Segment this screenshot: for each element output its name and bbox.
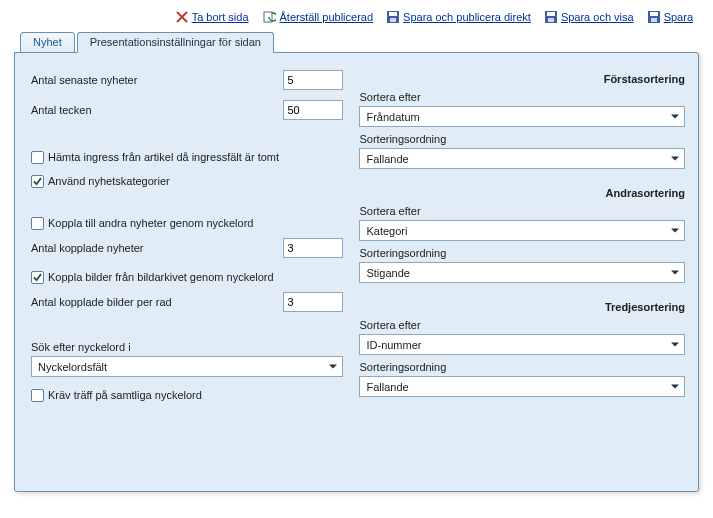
svg-rect-8	[547, 12, 555, 16]
tab-news[interactable]: Nyhet	[20, 32, 75, 53]
sort3-order-value: Fallande	[366, 381, 408, 393]
sort2-by-value: Kategori	[366, 225, 407, 237]
linked-news-count-input[interactable]	[283, 238, 343, 258]
use-categories-label: Använd nyhetskategorier	[48, 175, 170, 187]
link-keywords-label: Koppla till andra nyheter genom nyckelor…	[48, 217, 253, 229]
char-count-input[interactable]	[283, 100, 343, 120]
svg-rect-6	[390, 18, 396, 22]
linked-news-count-label: Antal kopplade nyheter	[31, 242, 283, 254]
sort1-order-label: Sorteringsordning	[359, 133, 685, 145]
settings-panel: Antal senaste nyheter Antal tecken Hämta…	[14, 52, 699, 492]
link-images-label: Koppla bilder från bildarkivet genom nyc…	[48, 271, 274, 283]
floppy-icon	[387, 11, 399, 23]
sort3-by-select[interactable]: ID-nummer	[359, 334, 685, 355]
sort3-by-value: ID-nummer	[366, 339, 421, 351]
sort1-by-value: Fråndatum	[366, 111, 419, 123]
delete-page-button[interactable]: Ta bort sida	[176, 11, 249, 23]
toolbar: Ta bort sida Återställ publicerad Spara …	[14, 10, 699, 27]
fetch-ingress-checkbox[interactable]	[31, 151, 44, 164]
sort2-order-select[interactable]: Stigande	[359, 262, 685, 283]
char-count-label: Antal tecken	[31, 104, 283, 116]
fetch-ingress-label: Hämta ingress från artikel då ingressfäl…	[48, 151, 279, 163]
restore-published-button[interactable]: Återställ publicerad	[263, 10, 374, 23]
save-and-show-button[interactable]: Spara och visa	[545, 11, 634, 23]
save-publish-direct-button[interactable]: Spara och publicera direkt	[387, 11, 531, 23]
svg-rect-5	[389, 12, 397, 16]
svg-rect-9	[548, 18, 554, 22]
save-publish-direct-link[interactable]: Spara och publicera direkt	[403, 11, 531, 23]
restore-published-link[interactable]: Återställ publicerad	[280, 11, 374, 23]
search-keywords-label: Sök efter nyckelord i	[31, 341, 343, 353]
search-keywords-value: Nyckelordsfält	[38, 361, 107, 373]
sort2-order-value: Stigande	[366, 267, 409, 279]
require-all-checkbox[interactable]	[31, 389, 44, 402]
sort1-by-select[interactable]: Fråndatum	[359, 106, 685, 127]
sort2-by-select[interactable]: Kategori	[359, 220, 685, 241]
sort2-by-label: Sortera efter	[359, 205, 685, 217]
latest-news-count-label: Antal senaste nyheter	[31, 74, 283, 86]
save-and-show-link[interactable]: Spara och visa	[561, 11, 634, 23]
link-images-checkbox[interactable]	[31, 271, 44, 284]
floppy-icon	[545, 11, 557, 23]
restore-icon	[263, 10, 276, 23]
sort3-heading: Tredjesortering	[359, 301, 685, 313]
link-keywords-checkbox[interactable]	[31, 217, 44, 230]
sort1-order-select[interactable]: Fallande	[359, 148, 685, 169]
floppy-icon	[648, 11, 660, 23]
delete-icon	[176, 11, 188, 23]
sort1-by-label: Sortera efter	[359, 91, 685, 103]
linked-images-per-row-label: Antal kopplade bilder per rad	[31, 296, 283, 308]
tab-bar: Nyhet Presentationsinställningar för sid…	[14, 31, 699, 52]
sort2-heading: Andrasortering	[359, 187, 685, 199]
svg-rect-12	[651, 18, 657, 22]
sort3-order-label: Sorteringsordning	[359, 361, 685, 373]
sort1-order-value: Fallande	[366, 153, 408, 165]
tab-presentation-settings[interactable]: Presentationsinställningar för sidan	[77, 32, 274, 53]
sort3-by-label: Sortera efter	[359, 319, 685, 331]
svg-rect-11	[650, 12, 658, 16]
delete-page-link[interactable]: Ta bort sida	[192, 11, 249, 23]
linked-images-per-row-input[interactable]	[283, 292, 343, 312]
sort1-heading: Förstasortering	[359, 73, 685, 85]
right-column: Förstasortering Sortera efter Fråndatum …	[359, 69, 685, 471]
use-categories-checkbox[interactable]	[31, 175, 44, 188]
require-all-label: Kräv träff på samtliga nyckelord	[48, 389, 202, 401]
save-link[interactable]: Spara	[664, 11, 693, 23]
left-column: Antal senaste nyheter Antal tecken Hämta…	[31, 69, 343, 471]
save-button[interactable]: Spara	[648, 11, 693, 23]
latest-news-count-input[interactable]	[283, 70, 343, 90]
sort3-order-select[interactable]: Fallande	[359, 376, 685, 397]
search-keywords-select[interactable]: Nyckelordsfält	[31, 356, 343, 377]
sort2-order-label: Sorteringsordning	[359, 247, 685, 259]
